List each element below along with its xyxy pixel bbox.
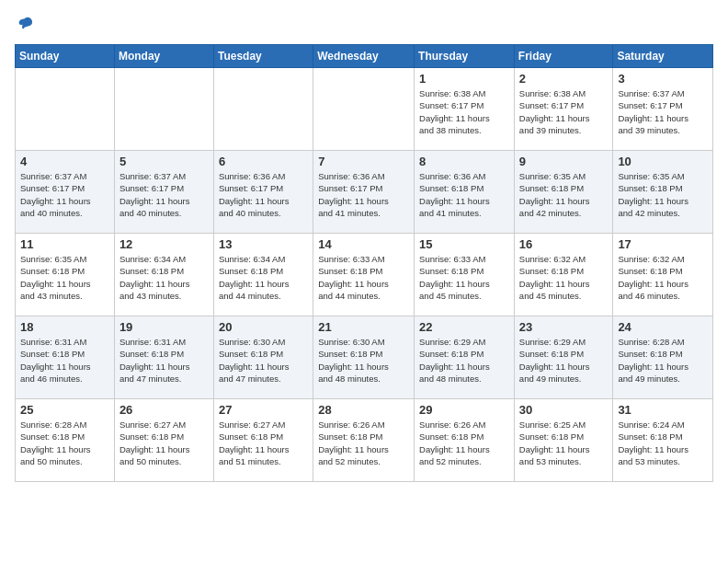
day-info: Sunrise: 6:37 AM Sunset: 6:17 PM Dayligh… — [119, 170, 209, 219]
calendar-table: SundayMondayTuesdayWednesdayThursdayFrid… — [15, 44, 713, 482]
day-number: 21 — [318, 320, 409, 334]
calendar-cell: 11Sunrise: 6:35 AM Sunset: 6:18 PM Dayli… — [16, 234, 115, 316]
day-number: 25 — [20, 403, 109, 417]
day-number: 10 — [618, 155, 708, 168]
calendar-header-saturday: Saturday — [613, 45, 713, 68]
day-number: 5 — [119, 155, 209, 168]
day-number: 16 — [519, 237, 609, 251]
day-number: 23 — [519, 320, 609, 334]
day-info: Sunrise: 6:37 AM Sunset: 6:17 PM Dayligh… — [20, 170, 109, 219]
day-number: 29 — [419, 403, 509, 417]
calendar-cell: 18Sunrise: 6:31 AM Sunset: 6:18 PM Dayli… — [16, 316, 115, 399]
day-number: 20 — [219, 320, 308, 334]
day-number: 17 — [618, 237, 708, 251]
day-number: 9 — [519, 155, 609, 168]
calendar-header-friday: Friday — [514, 45, 613, 68]
day-info: Sunrise: 6:36 AM Sunset: 6:17 PM Dayligh… — [318, 170, 409, 219]
day-info: Sunrise: 6:33 AM Sunset: 6:18 PM Dayligh… — [318, 253, 409, 302]
calendar-cell: 20Sunrise: 6:30 AM Sunset: 6:18 PM Dayli… — [213, 316, 313, 399]
calendar-cell: 7Sunrise: 6:36 AM Sunset: 6:17 PM Daylig… — [313, 151, 415, 234]
calendar-cell: 1Sunrise: 6:38 AM Sunset: 6:17 PM Daylig… — [415, 68, 515, 151]
day-info: Sunrise: 6:25 AM Sunset: 6:18 PM Dayligh… — [519, 419, 609, 467]
page-header — [15, 15, 713, 33]
day-number: 11 — [20, 237, 109, 251]
day-info: Sunrise: 6:27 AM Sunset: 6:18 PM Dayligh… — [119, 419, 209, 467]
day-number: 6 — [219, 155, 308, 168]
calendar-week-row: 18Sunrise: 6:31 AM Sunset: 6:18 PM Dayli… — [16, 316, 713, 399]
calendar-week-row: 4Sunrise: 6:37 AM Sunset: 6:17 PM Daylig… — [16, 151, 713, 234]
day-number: 18 — [20, 320, 109, 334]
calendar-cell: 25Sunrise: 6:28 AM Sunset: 6:18 PM Dayli… — [16, 399, 115, 482]
calendar-cell: 14Sunrise: 6:33 AM Sunset: 6:18 PM Dayli… — [313, 234, 415, 316]
day-info: Sunrise: 6:36 AM Sunset: 6:18 PM Dayligh… — [419, 170, 509, 219]
logo — [15, 15, 35, 33]
calendar-header-tuesday: Tuesday — [213, 45, 313, 68]
calendar-cell: 30Sunrise: 6:25 AM Sunset: 6:18 PM Dayli… — [514, 399, 613, 482]
calendar-cell: 16Sunrise: 6:32 AM Sunset: 6:18 PM Dayli… — [514, 234, 613, 316]
calendar-cell: 6Sunrise: 6:36 AM Sunset: 6:17 PM Daylig… — [213, 151, 313, 234]
calendar-cell: 22Sunrise: 6:29 AM Sunset: 6:18 PM Dayli… — [415, 316, 515, 399]
calendar-cell: 26Sunrise: 6:27 AM Sunset: 6:18 PM Dayli… — [114, 399, 213, 482]
calendar-cell: 15Sunrise: 6:33 AM Sunset: 6:18 PM Dayli… — [415, 234, 515, 316]
calendar-cell: 2Sunrise: 6:38 AM Sunset: 6:17 PM Daylig… — [514, 68, 613, 151]
calendar-cell: 31Sunrise: 6:24 AM Sunset: 6:18 PM Dayli… — [613, 399, 713, 482]
calendar-cell: 21Sunrise: 6:30 AM Sunset: 6:18 PM Dayli… — [313, 316, 415, 399]
day-number: 19 — [119, 320, 209, 334]
day-number: 4 — [20, 155, 109, 168]
day-info: Sunrise: 6:31 AM Sunset: 6:18 PM Dayligh… — [119, 336, 209, 385]
calendar-cell: 8Sunrise: 6:36 AM Sunset: 6:18 PM Daylig… — [415, 151, 515, 234]
calendar-header-thursday: Thursday — [415, 45, 515, 68]
calendar-week-row: 25Sunrise: 6:28 AM Sunset: 6:18 PM Dayli… — [16, 399, 713, 482]
day-info: Sunrise: 6:32 AM Sunset: 6:18 PM Dayligh… — [519, 253, 609, 302]
day-number: 1 — [419, 72, 509, 86]
day-number: 27 — [219, 403, 308, 417]
day-info: Sunrise: 6:27 AM Sunset: 6:18 PM Dayligh… — [219, 419, 308, 467]
day-info: Sunrise: 6:38 AM Sunset: 6:17 PM Dayligh… — [419, 87, 509, 136]
calendar-header-row: SundayMondayTuesdayWednesdayThursdayFrid… — [16, 45, 713, 68]
day-info: Sunrise: 6:26 AM Sunset: 6:18 PM Dayligh… — [318, 419, 409, 467]
day-info: Sunrise: 6:34 AM Sunset: 6:18 PM Dayligh… — [119, 253, 209, 302]
calendar-cell: 27Sunrise: 6:27 AM Sunset: 6:18 PM Dayli… — [213, 399, 313, 482]
calendar-week-row: 11Sunrise: 6:35 AM Sunset: 6:18 PM Dayli… — [16, 234, 713, 316]
day-info: Sunrise: 6:28 AM Sunset: 6:18 PM Dayligh… — [618, 336, 708, 385]
calendar-cell: 3Sunrise: 6:37 AM Sunset: 6:17 PM Daylig… — [613, 68, 713, 151]
calendar-header-wednesday: Wednesday — [313, 45, 415, 68]
day-number: 22 — [419, 320, 509, 334]
day-info: Sunrise: 6:24 AM Sunset: 6:18 PM Dayligh… — [618, 419, 708, 467]
calendar-cell: 9Sunrise: 6:35 AM Sunset: 6:18 PM Daylig… — [514, 151, 613, 234]
day-number: 2 — [519, 72, 609, 86]
calendar-cell: 10Sunrise: 6:35 AM Sunset: 6:18 PM Dayli… — [613, 151, 713, 234]
day-info: Sunrise: 6:29 AM Sunset: 6:18 PM Dayligh… — [519, 336, 609, 385]
calendar-cell: 23Sunrise: 6:29 AM Sunset: 6:18 PM Dayli… — [514, 316, 613, 399]
day-info: Sunrise: 6:35 AM Sunset: 6:18 PM Dayligh… — [20, 253, 109, 302]
calendar-cell: 13Sunrise: 6:34 AM Sunset: 6:18 PM Dayli… — [213, 234, 313, 316]
day-number: 13 — [219, 237, 308, 251]
calendar-cell: 19Sunrise: 6:31 AM Sunset: 6:18 PM Dayli… — [114, 316, 213, 399]
day-number: 8 — [419, 155, 509, 168]
day-info: Sunrise: 6:30 AM Sunset: 6:18 PM Dayligh… — [318, 336, 409, 385]
day-info: Sunrise: 6:37 AM Sunset: 6:17 PM Dayligh… — [618, 87, 708, 136]
calendar-cell — [313, 68, 415, 151]
day-info: Sunrise: 6:33 AM Sunset: 6:18 PM Dayligh… — [419, 253, 509, 302]
day-number: 28 — [318, 403, 409, 417]
day-number: 26 — [119, 403, 209, 417]
logo-bird-icon — [17, 15, 35, 33]
calendar-cell: 12Sunrise: 6:34 AM Sunset: 6:18 PM Dayli… — [114, 234, 213, 316]
calendar-cell — [16, 68, 115, 151]
calendar-cell: 28Sunrise: 6:26 AM Sunset: 6:18 PM Dayli… — [313, 399, 415, 482]
day-info: Sunrise: 6:35 AM Sunset: 6:18 PM Dayligh… — [519, 170, 609, 219]
day-number: 14 — [318, 237, 409, 251]
day-number: 30 — [519, 403, 609, 417]
calendar-header-monday: Monday — [114, 45, 213, 68]
calendar-cell: 4Sunrise: 6:37 AM Sunset: 6:17 PM Daylig… — [16, 151, 115, 234]
day-info: Sunrise: 6:28 AM Sunset: 6:18 PM Dayligh… — [20, 419, 109, 467]
day-number: 24 — [618, 320, 708, 334]
day-info: Sunrise: 6:35 AM Sunset: 6:18 PM Dayligh… — [618, 170, 708, 219]
day-info: Sunrise: 6:34 AM Sunset: 6:18 PM Dayligh… — [219, 253, 308, 302]
day-number: 3 — [618, 72, 708, 86]
day-info: Sunrise: 6:30 AM Sunset: 6:18 PM Dayligh… — [219, 336, 308, 385]
day-info: Sunrise: 6:29 AM Sunset: 6:18 PM Dayligh… — [419, 336, 509, 385]
calendar-cell: 24Sunrise: 6:28 AM Sunset: 6:18 PM Dayli… — [613, 316, 713, 399]
day-info: Sunrise: 6:31 AM Sunset: 6:18 PM Dayligh… — [20, 336, 109, 385]
day-number: 15 — [419, 237, 509, 251]
